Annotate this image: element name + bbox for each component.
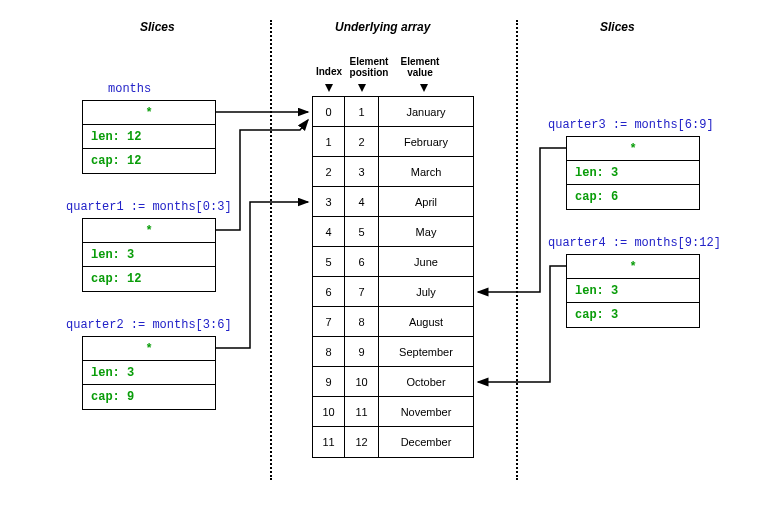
slice-cap: cap: 12 (83, 149, 215, 173)
array-value: June (379, 247, 473, 277)
slice-ptr: * (83, 101, 215, 125)
array-row: 01January (313, 97, 473, 127)
slice-len: len: 12 (83, 125, 215, 149)
arrow-q3 (478, 148, 566, 292)
array-row: 67July (313, 277, 473, 307)
slice-len: len: 3 (83, 243, 215, 267)
arrow-q4 (478, 266, 566, 382)
array-value: October (379, 367, 473, 397)
slice-label-q2: quarter2 := months[3:6] (66, 318, 232, 332)
array-value: February (379, 127, 473, 157)
array-row: 1112December (313, 427, 473, 457)
array-position: 9 (345, 337, 379, 367)
slice-ptr: * (83, 337, 215, 361)
slice-box-months: * len: 12 cap: 12 (82, 100, 216, 174)
slice-cap: cap: 6 (567, 185, 699, 209)
array-index: 6 (313, 277, 345, 307)
array-row: 45May (313, 217, 473, 247)
array-position: 3 (345, 157, 379, 187)
array-position: 8 (345, 307, 379, 337)
slice-label-q1: quarter1 := months[0:3] (66, 200, 232, 214)
array-index: 2 (313, 157, 345, 187)
array-row: 34April (313, 187, 473, 217)
slice-len: len: 3 (567, 279, 699, 303)
slice-box-q1: * len: 3 cap: 12 (82, 218, 216, 292)
slice-box-q3: * len: 3 cap: 6 (566, 136, 700, 210)
array-row: 12February (313, 127, 473, 157)
array-position: 7 (345, 277, 379, 307)
array-index: 11 (313, 427, 345, 457)
array-row: 1011November (313, 397, 473, 427)
array-position: 10 (345, 367, 379, 397)
slice-cap: cap: 9 (83, 385, 215, 409)
array-row: 910October (313, 367, 473, 397)
slice-cap: cap: 3 (567, 303, 699, 327)
array-row: 23March (313, 157, 473, 187)
array-row: 89September (313, 337, 473, 367)
array-position: 12 (345, 427, 379, 457)
slice-box-q2: * len: 3 cap: 9 (82, 336, 216, 410)
slice-box-q4: * len: 3 cap: 3 (566, 254, 700, 328)
array-position: 6 (345, 247, 379, 277)
array-value: November (379, 397, 473, 427)
array-position: 5 (345, 217, 379, 247)
array-index: 5 (313, 247, 345, 277)
slice-cap: cap: 12 (83, 267, 215, 291)
array-row: 78August (313, 307, 473, 337)
array-position: 1 (345, 97, 379, 127)
arrow-down-icon (358, 84, 366, 92)
arrow-down-icon (420, 84, 428, 92)
heading-underlying-array: Underlying array (335, 20, 430, 34)
array-index: 9 (313, 367, 345, 397)
heading-slices-left: Slices (140, 20, 175, 34)
array-value: April (379, 187, 473, 217)
array-index: 0 (313, 97, 345, 127)
heading-slices-right: Slices (600, 20, 635, 34)
array-value: August (379, 307, 473, 337)
array-index: 7 (313, 307, 345, 337)
slice-label-months: months (108, 82, 151, 96)
divider-left (270, 20, 272, 480)
array-row: 56June (313, 247, 473, 277)
col-label-value: Element value (390, 56, 450, 78)
array-position: 2 (345, 127, 379, 157)
array-value: July (379, 277, 473, 307)
col-label-position: Element position (346, 56, 392, 78)
array-position: 11 (345, 397, 379, 427)
slice-ptr: * (567, 137, 699, 161)
slice-ptr: * (83, 219, 215, 243)
array-value: January (379, 97, 473, 127)
slice-label-q4: quarter4 := months[9:12] (548, 236, 721, 250)
col-label-index: Index (314, 66, 344, 77)
array-value: March (379, 157, 473, 187)
arrow-down-icon (325, 84, 333, 92)
slice-ptr: * (567, 255, 699, 279)
array-value: September (379, 337, 473, 367)
array-position: 4 (345, 187, 379, 217)
array-value: December (379, 427, 473, 457)
slice-len: len: 3 (567, 161, 699, 185)
array-index: 8 (313, 337, 345, 367)
array-index: 3 (313, 187, 345, 217)
underlying-array-table: 01January12February23March34April45May56… (312, 96, 474, 458)
array-value: May (379, 217, 473, 247)
divider-right (516, 20, 518, 480)
slice-len: len: 3 (83, 361, 215, 385)
array-index: 10 (313, 397, 345, 427)
array-index: 1 (313, 127, 345, 157)
array-index: 4 (313, 217, 345, 247)
slice-label-q3: quarter3 := months[6:9] (548, 118, 714, 132)
